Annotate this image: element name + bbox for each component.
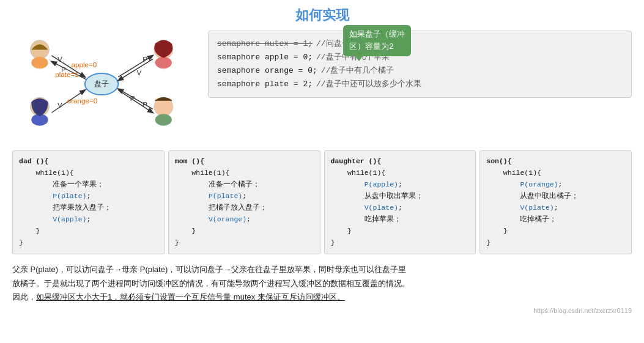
svg-text:V: V <box>137 68 142 76</box>
code-line: V(apple); <box>19 214 158 226</box>
code-line: while(1){ <box>175 168 314 179</box>
code-line: V(plate); <box>331 202 470 214</box>
code-block-dad: dad (){ while(1){ 准备一个苹果； P(plate); 把苹果放… <box>12 150 165 254</box>
code-line: } <box>331 237 470 249</box>
tooltip-bubble: 如果盘子（缓冲 区）容量为2 <box>343 25 411 56</box>
svg-point-1 <box>31 57 48 68</box>
code-line: 吃掉苹果； <box>331 214 470 226</box>
fn-header: son(){ <box>486 156 625 168</box>
bottom-p2: 放橘子。于是就出现了两个进程同时访问缓冲区的情况，有可能导致两个进程写入缓冲区的… <box>12 277 632 291</box>
code-line: P(plate); <box>175 191 314 202</box>
code-line: } <box>175 226 314 237</box>
code-line: } <box>19 237 158 249</box>
code-block-mom: mom (){ while(1){ 准备一个橘子； P(plate); 把橘子放… <box>168 150 320 254</box>
code-line-4: semaphore plate = 2; //盘子中还可以放多少个水果 <box>217 78 623 91</box>
bottom-p1: 父亲 P(plate)，可以访问盘子→母亲 P(plate)，可以访问盘子→父亲… <box>12 263 632 277</box>
code-line: } <box>175 237 314 249</box>
code-line-3: semaphore orange = 0; //盘子中有几个橘子 <box>217 64 623 78</box>
fn-header: dad (){ <box>19 156 158 168</box>
code-line: V(plate); <box>486 202 625 214</box>
code-line: while(1){ <box>19 168 158 179</box>
code-line: } <box>331 226 470 237</box>
code-line: while(1){ <box>331 168 470 179</box>
code-panel: 如果盘子（缓冲 区）容量为2 semaphore mutex = 1; //问盘… <box>208 31 632 98</box>
svg-text:orange=0: orange=0 <box>67 97 98 105</box>
code-line: 从盘中取出苹果； <box>331 191 470 202</box>
code-line: P(orange); <box>486 179 625 191</box>
code-line: P(plate); <box>19 191 158 202</box>
diagram-svg: 盘子 V apple=0 P plate=1 P V orange=0 P V <box>12 31 196 141</box>
code-block-son: son(){ while(1){ P(orange); 从盘中取出橘子； V(p… <box>479 150 632 254</box>
top-section: 盘子 V apple=0 P plate=1 P V orange=0 P V <box>12 31 632 141</box>
svg-text:V: V <box>57 55 62 63</box>
svg-text:P: P <box>130 94 135 102</box>
code-line-1: semaphore mutex = 1; //问盘子（缓冲区） <box>217 37 623 51</box>
svg-text:P: P <box>61 65 66 73</box>
code-blocks-section: dad (){ while(1){ 准备一个苹果； P(plate); 把苹果放… <box>12 150 632 254</box>
fn-header: daughter (){ <box>331 156 470 168</box>
code-line: 准备一个橘子； <box>175 179 314 191</box>
code-line: 准备一个苹果； <box>19 179 158 191</box>
code-line: while(1){ <box>486 168 625 179</box>
code-line-2: semaphore apple = 0; //盘子中有几个苹果 <box>217 51 623 64</box>
svg-line-13 <box>118 56 152 77</box>
fn-header: mom (){ <box>175 156 314 168</box>
code-line: } <box>486 226 625 237</box>
svg-line-23 <box>118 59 152 81</box>
watermark: https://blog.csdn.net/zxcrzxr0119 <box>12 307 632 314</box>
svg-line-25 <box>118 89 152 109</box>
svg-text:apple=0: apple=0 <box>71 61 97 68</box>
svg-line-21 <box>118 90 152 112</box>
code-line: 把橘子放入盘子； <box>175 202 314 214</box>
svg-text:V: V <box>57 101 62 109</box>
code-line: } <box>19 226 158 237</box>
diagram-area: 盘子 V apple=0 P plate=1 P V orange=0 P V <box>12 31 196 141</box>
page-title: 如何实现 <box>12 6 632 24</box>
code-block-daughter: daughter (){ while(1){ P(apple); 从盘中取出苹果… <box>324 150 476 254</box>
svg-point-5 <box>155 57 172 68</box>
svg-point-7 <box>155 114 172 125</box>
code-line: 吃掉橘子； <box>486 214 625 226</box>
svg-text:P: P <box>142 55 147 63</box>
code-line: 从盘中取出橘子； <box>486 191 625 202</box>
bottom-text: 父亲 P(plate)，可以访问盘子→母亲 P(plate)，可以访问盘子→父亲… <box>12 263 632 304</box>
code-line: P(apple); <box>331 179 470 191</box>
svg-text:盘子: 盘子 <box>94 79 109 87</box>
svg-text:plate=1: plate=1 <box>55 70 79 78</box>
code-line: 把苹果放入盘子； <box>19 202 158 214</box>
code-line: } <box>486 237 625 249</box>
code-line: V(orange); <box>175 214 314 226</box>
bottom-p3: 因此，如果缓冲区大小大于1，就必须专门设置一个互斥信号量 mutex 来保证互斥… <box>12 290 632 304</box>
